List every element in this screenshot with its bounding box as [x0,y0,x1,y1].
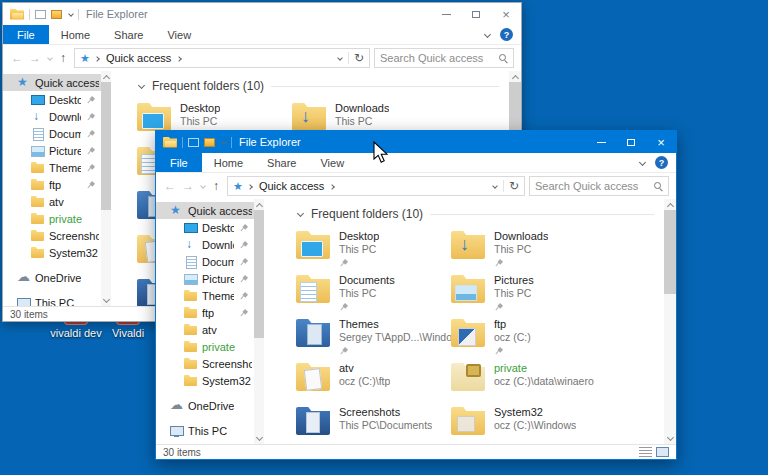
folder-tile[interactable]: atv ocz (C:)\ftp [296,361,451,405]
sidebar-item[interactable]: Themes [3,159,101,176]
sidebar-item[interactable]: ftp [3,176,101,193]
sidebar-item[interactable]: Pictures [156,270,254,287]
breadcrumb[interactable]: Quick access [106,52,171,64]
chevron-right-icon[interactable] [329,183,335,189]
customize-toolbar-icon[interactable] [67,11,73,17]
sidebar-item[interactable]: Desktop [3,91,101,108]
tab-file[interactable]: File [3,25,49,44]
up-button[interactable]: ↑ [209,179,223,193]
sidebar-item[interactable]: Downloads [156,236,254,253]
folder-tile[interactable]: Documents This PC [296,273,451,317]
address-dropdown-icon[interactable] [492,183,498,189]
address-dropdown-icon[interactable] [337,55,343,61]
sidebar-item[interactable]: Quick access [3,74,101,91]
refresh-icon[interactable]: ↻ [503,180,519,192]
scroll-down-icon[interactable] [255,434,263,442]
back-button[interactable]: ← [163,179,177,193]
title-bar[interactable]: File Explorer × [156,131,676,153]
up-button[interactable]: ↑ [56,51,70,65]
sidebar-item[interactable]: This PC [156,422,254,439]
scroll-up-icon[interactable] [666,201,674,209]
recent-locations-icon[interactable] [46,55,52,61]
file-explorer-window-front[interactable]: File Explorer × File Home Share View ? ←… [155,130,677,460]
new-folder-icon[interactable] [51,10,62,19]
sidebar-item[interactable]: Documents [156,253,254,270]
sidebar-item[interactable]: Themes [156,287,254,304]
scroll-up-icon[interactable] [102,73,110,81]
folder-tile[interactable]: Pictures This PC [451,273,606,317]
close-button[interactable]: × [646,131,676,153]
sidebar-item[interactable]: ftp [156,304,254,321]
scroll-down-icon[interactable] [666,434,674,442]
collapse-section-icon[interactable] [296,210,304,218]
sidebar-item[interactable]: This PC [3,294,101,306]
properties-icon[interactable] [188,138,199,147]
main-scrollbar[interactable] [664,199,676,444]
sidebar-item[interactable]: private [156,338,254,355]
new-folder-icon[interactable] [204,138,215,147]
minimize-button[interactable] [586,131,616,153]
tab-home[interactable]: Home [202,153,255,172]
scrollbar-thumb[interactable] [254,210,264,338]
scrollbar-thumb[interactable] [101,82,111,210]
folder-tile[interactable]: Downloads This PC [451,229,606,273]
folder-tile[interactable]: System32 ocz (C:)\Windows [451,405,606,444]
title-bar[interactable]: File Explorer × [3,3,521,25]
properties-icon[interactable] [35,10,46,19]
folder-tile[interactable]: Screenshots This PC\Documents [296,405,451,444]
tab-home[interactable]: Home [49,25,102,44]
expand-ribbon-icon[interactable] [483,31,491,39]
scroll-down-icon[interactable] [102,296,110,304]
sidebar-item[interactable]: Screenshots [3,227,101,244]
tab-share[interactable]: Share [255,153,308,172]
large-icons-view-icon[interactable] [656,447,669,457]
maximize-button[interactable] [616,131,646,153]
tab-file[interactable]: File [156,153,202,172]
refresh-icon[interactable]: ↻ [348,52,364,64]
search-box[interactable] [529,176,669,196]
sidebar-item[interactable]: private [3,210,101,227]
folder-tile[interactable]: ftp ocz (C:) [451,317,606,361]
sidebar-item[interactable]: atv [3,193,101,210]
tab-view[interactable]: View [308,153,356,172]
folder-tile[interactable]: private ocz (C:)\data\winaero [451,361,606,405]
sidebar-item[interactable]: Desktop [156,219,254,236]
breadcrumb[interactable]: Quick access [259,180,324,192]
sidebar-scrollbar[interactable] [254,199,264,444]
sidebar-scrollbar[interactable] [101,71,111,306]
sidebar-item[interactable]: Downloads [3,108,101,125]
sidebar-item[interactable]: OneDrive [156,397,254,414]
close-button[interactable]: × [491,3,521,25]
scrollbar-thumb[interactable] [664,210,676,294]
sidebar-item[interactable]: Pictures [3,142,101,159]
sidebar-item[interactable]: OneDrive [3,269,101,286]
sidebar-item[interactable]: System32 [156,372,254,389]
expand-ribbon-icon[interactable] [638,159,646,167]
recent-locations-icon[interactable] [199,183,205,189]
tab-share[interactable]: Share [102,25,155,44]
scroll-up-icon[interactable] [511,73,519,81]
maximize-button[interactable] [461,3,491,25]
forward-button[interactable]: → [28,51,42,65]
collapse-section-icon[interactable] [137,82,145,90]
folder-tile[interactable]: Desktop This PC [296,229,451,273]
scroll-up-icon[interactable] [255,201,263,209]
chevron-right-icon[interactable] [248,183,254,189]
minimize-button[interactable] [431,3,461,25]
search-input[interactable] [535,180,650,192]
address-bar[interactable]: ★ Quick access ↻ [227,176,525,196]
help-icon[interactable]: ? [655,156,668,169]
details-view-icon[interactable] [639,447,652,457]
address-bar[interactable]: ★ Quick access ↻ [74,48,370,68]
folder-tile[interactable]: Themes Sergey T\AppD...\Windows [296,317,451,361]
sidebar-item[interactable]: Quick access [156,202,254,219]
search-box[interactable] [374,48,514,68]
help-icon[interactable]: ? [500,28,513,41]
chevron-right-icon[interactable] [176,55,182,61]
sidebar-item[interactable]: System32 [3,244,101,261]
search-input[interactable] [380,52,495,64]
tab-view[interactable]: View [155,25,203,44]
customize-toolbar-icon[interactable] [220,139,226,145]
sidebar-item[interactable]: Documents [3,125,101,142]
forward-button[interactable]: → [181,179,195,193]
